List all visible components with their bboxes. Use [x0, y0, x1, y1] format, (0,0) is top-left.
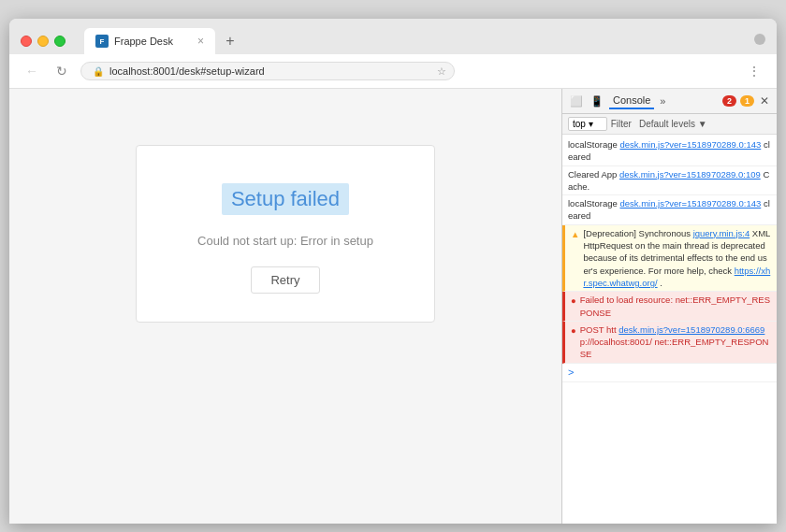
devtools-toolbar: ⬜ 📱 Console » 2 1 ✕: [562, 89, 777, 114]
log-link[interactable]: desk.min.js?ver=1518970289.0:143: [619, 198, 761, 208]
setup-card: Setup failed Could not start up: Error i…: [136, 145, 435, 323]
devtools-close-button[interactable]: ✕: [758, 94, 771, 108]
traffic-lights: [21, 36, 66, 47]
back-button[interactable]: ←: [21, 60, 43, 82]
error-icon: ●: [571, 324, 576, 361]
error-count-badge: 2: [722, 95, 736, 107]
log-text: [Deprecation] Synchronous jquery.min.js:…: [583, 227, 771, 289]
log-entry: localStorage desk.min.js?ver=1518970289.…: [562, 195, 777, 225]
maximize-window-button[interactable]: [54, 36, 66, 47]
window-controls-right: [750, 34, 765, 49]
log-entry-warning: ▲ [Deprecation] Synchronous jquery.min.j…: [562, 225, 777, 292]
retry-button[interactable]: Retry: [251, 266, 319, 294]
log-prompt-line: >: [562, 364, 777, 382]
context-dropdown[interactable]: top ▾: [568, 117, 607, 131]
prompt-icon: >: [568, 366, 574, 380]
log-entry: localStorage desk.min.js?ver=1518970289.…: [562, 137, 777, 166]
log-link[interactable]: desk.min.js?ver=1518970289.0:6669: [619, 324, 764, 335]
address-actions: ☆: [437, 65, 446, 78]
log-text: Failed to load resource: net::ERR_EMPTY_…: [580, 294, 771, 319]
context-dropdown-value: top: [573, 119, 586, 129]
nav-right: ⋮: [743, 60, 765, 82]
address-bar[interactable]: 🔒 localhost:8001/desk#setup-wizard ☆: [80, 62, 455, 80]
tab-favicon-icon: F: [95, 35, 109, 48]
page-content: Setup failed Could not start up: Error i…: [9, 89, 561, 524]
active-tab[interactable]: F Frappe Desk ×: [84, 28, 215, 54]
log-link[interactable]: desk.min.js?ver=1518970289.0:143: [619, 139, 761, 150]
log-text: Cleared App desk.min.js?ver=1518970289.0…: [568, 168, 771, 194]
log-entry: Cleared App desk.min.js?ver=1518970289.0…: [562, 166, 777, 196]
devtools-filter-bar: top ▾ Filter Default levels ▼: [562, 114, 777, 135]
address-lock-icon: 🔒: [93, 66, 104, 77]
log-text: POST htt desk.min.js?ver=1518970289.0:66…: [580, 324, 771, 361]
log-text: localStorage desk.min.js?ver=1518970289.…: [568, 138, 771, 164]
nav-bar: ← ↻ 🔒 localhost:8001/desk#setup-wizard ☆…: [9, 54, 777, 89]
devtools-badges: 2 1: [722, 95, 754, 107]
log-link[interactable]: desk.min.js?ver=1518970289.0:109: [619, 169, 761, 180]
console-log: localStorage desk.min.js?ver=1518970289.…: [562, 135, 777, 524]
devtools-more-tabs[interactable]: »: [660, 95, 665, 107]
close-window-button[interactable]: [21, 36, 32, 47]
log-text: localStorage desk.min.js?ver=1518970289.…: [568, 197, 771, 223]
main-area: Setup failed Could not start up: Error i…: [9, 89, 777, 524]
more-options-button[interactable]: ⋮: [743, 60, 765, 82]
new-tab-button[interactable]: +: [217, 28, 243, 54]
devtools-mobile-icon[interactable]: 📱: [589, 93, 605, 109]
console-tab[interactable]: Console: [609, 93, 654, 109]
address-text: localhost:8001/desk#setup-wizard: [109, 65, 265, 77]
error-icon: ●: [571, 295, 576, 319]
setup-subtitle: Could not start up: Error in setup: [197, 234, 373, 248]
tab-close-button[interactable]: ×: [197, 36, 204, 47]
log-link[interactable]: jquery.min.js:4: [693, 228, 750, 238]
log-entry-error: ● POST htt desk.min.js?ver=1518970289.0:…: [562, 322, 777, 364]
tab-title: Frappe Desk: [114, 36, 192, 47]
tab-bar: F Frappe Desk × +: [84, 28, 750, 54]
warning-icon: ▲: [571, 228, 579, 289]
warning-count-badge: 1: [740, 95, 754, 107]
filter-levels-dropdown[interactable]: Default levels ▼: [639, 119, 707, 129]
devtools-inspect-icon[interactable]: ⬜: [568, 93, 585, 109]
filter-label: Filter: [611, 119, 632, 129]
title-bar: F Frappe Desk × +: [9, 19, 777, 54]
devtools-panel: ⬜ 📱 Console » 2 1 ✕ top ▾ Filter Default…: [561, 89, 777, 524]
browser-window: F Frappe Desk × + ← ↻ 🔒 localhost:8001/d…: [9, 19, 777, 524]
minimize-window-button[interactable]: [37, 36, 49, 47]
log-entry-error: ● Failed to load resource: net::ERR_EMPT…: [562, 292, 777, 322]
setup-failed-title: Setup failed: [222, 183, 349, 215]
reload-button[interactable]: ↻: [51, 60, 73, 82]
bookmark-icon[interactable]: ☆: [437, 65, 446, 78]
window-control-1: [754, 34, 765, 45]
